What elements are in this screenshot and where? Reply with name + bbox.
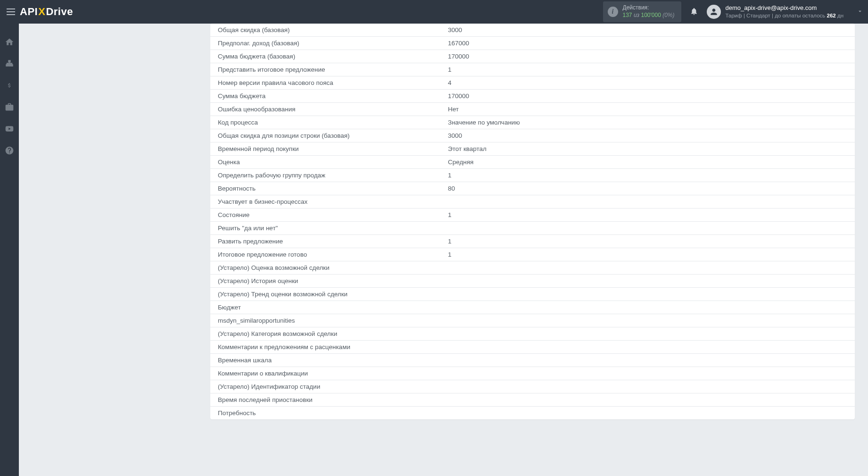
field-row: Состояние1 [210,209,855,222]
field-row: Итоговое предложение готово1 [210,248,855,261]
field-label: Комментарии о квалификации [218,370,448,377]
field-row: Вероятность80 [210,182,855,195]
field-value: 1 [448,211,847,218]
field-label: (Устарело) Оценка возможной сделки [218,264,448,271]
svg-rect-3 [11,65,13,67]
field-row: Время последней приостановки [210,393,855,407]
field-label: Временная шкала [218,357,448,364]
field-label: Оценка [218,159,448,166]
field-label: Представить итоговое предложение [218,66,448,73]
field-row: Ошибка ценообразованияНет [210,103,855,116]
sidebar-item-help[interactable] [4,145,15,156]
sidebar-item-video[interactable] [4,124,15,134]
youtube-icon [5,124,14,134]
field-label: Номер версии правила часового пояса [218,79,448,86]
field-row: Общая скидка для позиции строки (базовая… [210,129,855,142]
field-label: Решить "да или нет" [218,225,448,232]
field-row: Номер версии правила часового пояса4 [210,76,855,90]
field-value: 1 [448,66,847,73]
field-row: ОценкаСредняя [210,156,855,169]
sidebar-item-home[interactable] [4,37,15,47]
field-label: Код процесса [218,119,448,126]
field-label: msdyn_similaropportunities [218,317,448,324]
field-label: Предполаг. доход (базовая) [218,40,448,47]
actions-pct: (0%) [662,12,674,18]
field-label: Итоговое предложение готово [218,251,448,258]
info-icon: i [608,7,618,17]
field-row: (Устарело) Идентификатор стадии [210,380,855,393]
avatar-icon [707,5,721,19]
field-row: Общая скидка (базовая)3000 [210,24,855,37]
user-text: demo_apix-drive@apix-drive.com Тариф | С… [726,4,843,19]
field-value: 170000 [448,92,847,100]
help-icon [5,146,14,155]
field-value: 170000 [448,53,847,60]
field-row: Сумма бюджета170000 [210,90,855,103]
field-row: (Устарело) История оценки [210,275,855,288]
field-row: (Устарело) Тренд оценки возможной сделки [210,288,855,301]
field-value: 3000 [448,132,847,139]
field-label: (Устарело) История оценки [218,277,448,284]
bell-icon [690,7,698,16]
tariff-suffix: дн [836,13,843,18]
sidebar-item-billing[interactable] [4,80,15,91]
actions-label: Действия: [623,4,675,12]
field-row: Временная шкала [210,354,855,367]
field-value: Этот квартал [448,145,847,152]
field-row: Временной период покупкиЭтот квартал [210,142,855,156]
field-label: Бюджет [218,304,448,311]
field-label: Ошибка ценообразования [218,106,448,113]
home-icon [5,37,14,47]
dollar-icon [7,81,12,90]
field-value: 80 [448,185,847,192]
field-row: Код процессаЗначение по умолчанию [210,116,855,129]
field-row: msdyn_similaropportunities [210,314,855,327]
notifications-button[interactable] [690,7,698,17]
field-row: Комментарии о квалификации [210,367,855,380]
field-label: Определить рабочую группу продаж [218,172,448,179]
field-label: Комментарии к предложениям с расценками [218,343,448,351]
field-value: 1 [448,238,847,245]
field-row: Решить "да или нет" [210,222,855,235]
field-label: (Устарело) Идентификатор стадии [218,383,448,390]
field-label: Время последней приостановки [218,396,448,403]
sidebar [0,24,19,476]
logo-text-x: X [38,6,45,18]
field-value: 167000 [448,40,847,47]
user-menu[interactable]: demo_apix-drive@apix-drive.com Тариф | С… [707,4,863,19]
field-value: Значение по умолчанию [448,119,847,126]
field-value: 1 [448,172,847,179]
actions-text: Действия: 137 из 100'000 (0%) [623,4,675,19]
chevron-down-icon [857,8,863,16]
field-value: Нет [448,106,847,113]
field-row: Определить рабочую группу продаж1 [210,169,855,182]
field-value: 3000 [448,26,847,33]
sidebar-item-connections[interactable] [4,58,15,69]
briefcase-icon [5,102,14,112]
tariff-prefix: Тариф | Стандарт | до оплаты осталось [726,13,827,18]
field-row: Комментарии к предложениям с расценками [210,341,855,354]
app-header: APIXDrive i Действия: 137 из 100'000 (0%… [0,0,868,24]
field-label: Общая скидка для позиции строки (базовая… [218,132,448,139]
sidebar-item-tools[interactable] [4,102,15,112]
field-row: Предполаг. доход (базовая)167000 [210,37,855,50]
logo-text-drive: Drive [46,6,73,18]
svg-rect-0 [8,60,11,62]
sitemap-icon [5,59,14,68]
app-logo[interactable]: APIXDrive [20,6,73,18]
svg-rect-2 [8,65,10,67]
svg-rect-1 [6,65,8,67]
field-value: Средняя [448,159,847,166]
field-label: Потребность [218,409,448,417]
actions-count: 137 [623,12,632,18]
fields-panel: Общая скидка (базовая)3000Предполаг. дох… [210,24,855,419]
field-label: Временной период покупки [218,145,448,152]
field-value: 4 [448,79,847,86]
tariff-days: 262 [827,13,836,18]
menu-toggle-button[interactable] [5,6,16,17]
actions-iz: из [634,12,639,18]
field-row: Представить итоговое предложение1 [210,63,855,76]
field-row: (Устарело) Категория возможной сделки [210,327,855,341]
field-row: Сумма бюджета (базовая)170000 [210,50,855,63]
actions-counter[interactable]: i Действия: 137 из 100'000 (0%) [603,1,681,22]
